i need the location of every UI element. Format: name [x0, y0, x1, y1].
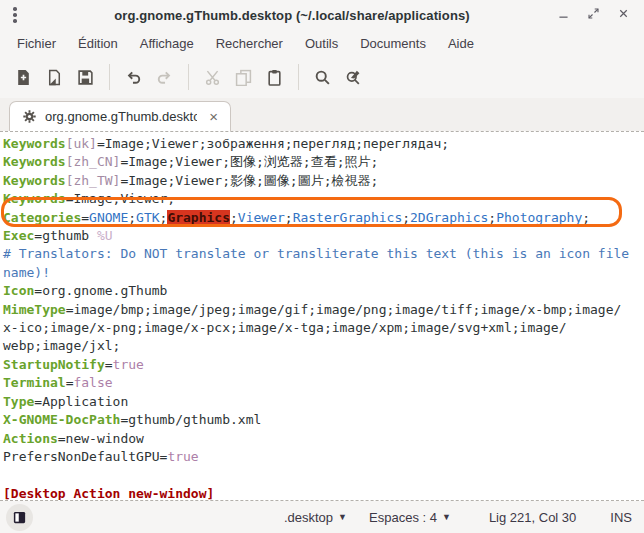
tab-close-icon[interactable]: × — [205, 108, 222, 125]
cut-icon — [204, 69, 221, 86]
menu-edition[interactable]: Édition — [69, 33, 127, 54]
code-line: Keywords[zh_TW]=Image;Viewer;影像;圖像;圖片;檢視… — [3, 172, 644, 190]
undo-icon — [125, 69, 142, 86]
code-line: Actions=new-window — [3, 430, 644, 448]
statusbar-right: .desktop ▼ Espaces : 4 ▼ Lig 221, Col 30… — [280, 507, 632, 528]
copy-icon — [235, 69, 252, 86]
window-controls — [554, 6, 644, 24]
code-line: [Desktop Action new-window] — [3, 485, 644, 501]
copy-button — [228, 62, 258, 92]
code-line: Keywords=Image;Viewer; — [3, 190, 644, 208]
chevron-down-icon: ▼ — [442, 512, 451, 522]
open-document-icon — [46, 69, 63, 86]
menu-rechercher[interactable]: Rechercher — [207, 33, 292, 54]
editor-text-area[interactable]: Keywords[uk]=Image;Viewer;зображення;пер… — [0, 131, 644, 501]
code-line: name)! — [3, 264, 644, 282]
menu-aide[interactable]: Aide — [439, 33, 483, 54]
gedit-window: org.gnome.gThumb.desktop (~/.local/share… — [0, 0, 644, 533]
tab-bar: org.gnome.gThumb.desktop × — [0, 98, 644, 131]
input-mode-indicator: INS — [610, 510, 632, 525]
toolbar-separator — [298, 64, 299, 90]
tab-label: org.gnome.gThumb.desktop — [45, 109, 197, 124]
new-document-button[interactable] — [8, 62, 38, 92]
chevron-down-icon: ▼ — [338, 512, 347, 522]
window-menu-icon[interactable] — [0, 7, 30, 23]
toolbar-separator — [109, 64, 110, 90]
minimize-icon — [557, 6, 570, 24]
code-line: Keywords[zh_CN]=Image;Viewer;图像;浏览器;查看;照… — [3, 153, 644, 171]
language-mode-dropdown[interactable]: .desktop ▼ — [280, 507, 351, 528]
side-panel-toggle-button[interactable] — [6, 504, 33, 531]
open-document-button[interactable] — [39, 62, 69, 92]
menu-affichage[interactable]: Affichage — [131, 33, 203, 54]
code-line: Icon=org.gnome.gThumb — [3, 282, 644, 300]
minimize-button[interactable] — [554, 6, 572, 24]
code-line: MimeType=image/bmp;image/jpeg;image/gif;… — [3, 301, 644, 319]
search-icon — [314, 69, 331, 86]
code-line — [3, 466, 644, 484]
search-button[interactable] — [307, 62, 337, 92]
code-line: StartupNotify=true — [3, 356, 644, 374]
editor-lines: Keywords[uk]=Image;Viewer;зображення;пер… — [3, 135, 644, 501]
tab-width-label: Espaces : 4 — [369, 510, 437, 525]
cut-button — [197, 62, 227, 92]
restore-icon — [587, 6, 600, 24]
find-replace-button[interactable] — [338, 62, 368, 92]
code-line: X-GNOME-DocPath=gthumb/gthumb.xml — [3, 411, 644, 429]
cursor-position: Lig 221, Col 30 — [489, 510, 576, 525]
code-line: webp;image/jxl; — [3, 337, 644, 355]
side-panel-icon — [12, 510, 27, 525]
new-document-icon — [15, 69, 32, 86]
code-line: x-ico;image/x-png;image/x-pcx;image/x-tg… — [3, 319, 644, 337]
toolbar-separator — [188, 64, 189, 90]
close-icon — [617, 6, 630, 24]
code-line: Exec=gthumb %U — [3, 227, 644, 245]
redo-button — [149, 62, 179, 92]
code-line: Type=Application — [3, 393, 644, 411]
menu-outils[interactable]: Outils — [296, 33, 347, 54]
menu-documents[interactable]: Documents — [351, 33, 435, 54]
code-line: # Translators: Do NOT translate or trans… — [3, 245, 644, 263]
toolbar — [0, 56, 644, 98]
save-button[interactable] — [70, 62, 100, 92]
undo-button[interactable] — [118, 62, 148, 92]
headerbar: org.gnome.gThumb.desktop (~/.local/share… — [0, 0, 644, 30]
tab-org-gnome-gthumb-desktop[interactable]: org.gnome.gThumb.desktop × — [9, 101, 231, 131]
restore-button[interactable] — [584, 6, 602, 24]
paste-button[interactable] — [259, 62, 289, 92]
menu-fichier[interactable]: Fichier — [8, 33, 65, 54]
find-replace-icon — [345, 69, 362, 86]
gear-icon — [22, 109, 37, 124]
code-line: Keywords[uk]=Image;Viewer;зображення;пер… — [3, 135, 644, 153]
language-mode-label: .desktop — [284, 510, 333, 525]
tab-width-dropdown[interactable]: Espaces : 4 ▼ — [365, 507, 455, 528]
paste-icon — [266, 69, 283, 86]
menubar: Fichier Édition Affichage Rechercher Out… — [0, 30, 644, 56]
code-line: Categories=GNOME;GTK;Graphics;Viewer;Ras… — [3, 209, 644, 227]
redo-icon — [156, 69, 173, 86]
close-button[interactable] — [614, 6, 632, 24]
code-line: PrefersNonDefaultGPU=true — [3, 448, 644, 466]
window-title: org.gnome.gThumb.desktop (~/.local/share… — [30, 8, 554, 23]
code-line: Terminal=false — [3, 374, 644, 392]
statusbar: .desktop ▼ Espaces : 4 ▼ Lig 221, Col 30… — [0, 501, 644, 533]
save-icon — [77, 69, 94, 86]
